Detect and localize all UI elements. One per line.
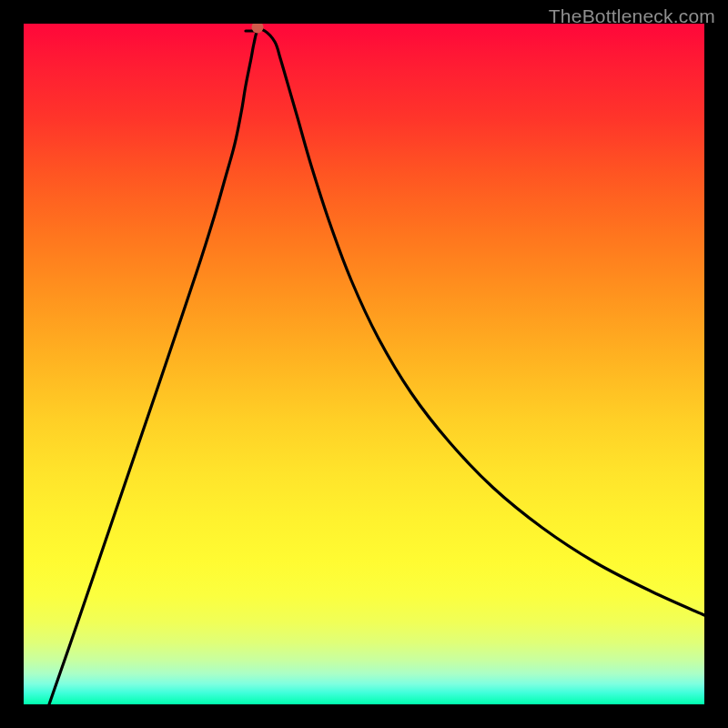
watermark-text: TheBottleneck.com	[549, 5, 715, 27]
chart-frame: TheBottleneck.com	[0, 0, 728, 728]
plot-area	[24, 24, 704, 704]
bottleneck-curve	[24, 24, 704, 704]
